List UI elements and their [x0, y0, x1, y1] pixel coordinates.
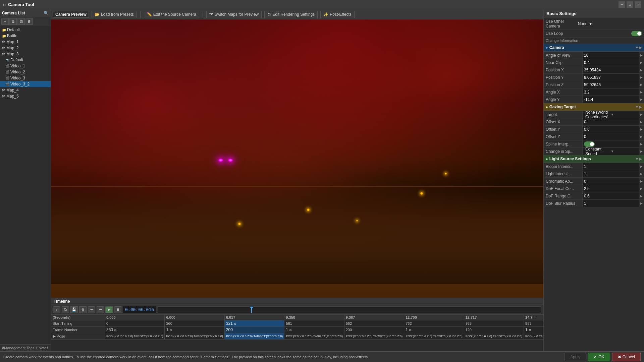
prop-angle-x-value[interactable]: [582, 88, 639, 96]
prop-offset-z-input[interactable]: [584, 134, 637, 139]
switch-maps-button[interactable]: 🗺 Switch Maps for Preview: [206, 11, 262, 18]
prop-bloom-intensity-arrow[interactable]: ▶: [639, 165, 644, 168]
tl-add-button[interactable]: +: [53, 306, 60, 313]
prop-position-y-arrow[interactable]: ▶: [639, 75, 644, 79]
prop-near-clip-value[interactable]: [582, 59, 639, 66]
prop-target-arrow[interactable]: ▼: [611, 113, 636, 116]
prop-near-clip-arrow[interactable]: ▶: [639, 61, 644, 64]
tree-item-map2[interactable]: 🗺Map_2: [0, 45, 51, 51]
tl-fn-200b[interactable]: 200: [344, 327, 404, 333]
prop-offset-y-input[interactable]: [584, 127, 637, 132]
camera-section-header[interactable]: ● Camera ▼ ▶: [544, 44, 644, 52]
tl-pose-0[interactable]: POS:{X:0 Y:0.6 Z:0} TARGET:{X:0 Y:0 Z:0}: [105, 333, 165, 340]
prop-angle-of-view-arrow[interactable]: ▶: [639, 53, 644, 57]
tl-copy-button[interactable]: ⧉: [62, 306, 69, 313]
prop-bloom-intensity-value[interactable]: [582, 163, 639, 170]
pose-expand-icon[interactable]: ▶: [53, 334, 56, 339]
timeline-rows[interactable]: (Seconds) 0.000 6.000 6.017 9.350 9.367 …: [51, 314, 543, 351]
prop-dof-range-value[interactable]: [582, 192, 639, 199]
prop-bloom-intensity-input[interactable]: [584, 164, 637, 169]
prop-angle-x-arrow[interactable]: ▶: [639, 90, 644, 94]
prop-chromatic-ab-input[interactable]: [584, 179, 637, 184]
prop-light-intensity-input[interactable]: [584, 172, 637, 176]
prop-chromatic-ab-value[interactable]: [582, 178, 639, 185]
tl-pose-2[interactable]: POS:{X:0 Y:0.6 Z:0} TARGET:{X:0 Y:0 Z:0}: [224, 333, 284, 340]
tl-st-321[interactable]: 321 ⚙: [224, 320, 284, 327]
tl-fn-120[interactable]: 120: [464, 327, 524, 333]
prop-offset-z-arrow[interactable]: ▶: [639, 135, 644, 138]
tl-pose-6[interactable]: POS:{X:0 Y:0.6 Z:0} TARGET:{X:0 Y:0 Z:0}: [464, 333, 524, 340]
prop-offset-x-input[interactable]: [584, 120, 637, 124]
prop-dof-blur-input[interactable]: [584, 201, 637, 206]
prop-position-z-value[interactable]: [582, 81, 639, 88]
prop-dof-focal-input[interactable]: [584, 186, 637, 191]
prop-light-intensity-value[interactable]: [582, 170, 639, 177]
post-effects-button[interactable]: ✨ Post-Effects: [320, 11, 354, 18]
edit-source-button[interactable]: ✏️ Edit the Source Camera: [144, 11, 199, 18]
tl-play-button[interactable]: ▶: [105, 306, 113, 313]
use-loop-toggle[interactable]: [631, 31, 642, 36]
prop-offset-y-value[interactable]: [582, 126, 639, 133]
tl-undo-button[interactable]: ↩: [88, 306, 95, 313]
tree-item-map3-v1[interactable]: 🎬Video_1: [0, 63, 51, 69]
tl-pose-1[interactable]: POS:{X:0 Y:0.6 Z:0} TARGET:{X:0 Y:0 Z:0}: [165, 333, 224, 340]
tl-save-button[interactable]: 💾: [70, 306, 78, 313]
prop-dof-blur-arrow[interactable]: ▶: [639, 201, 644, 205]
prop-angle-y-value[interactable]: [582, 96, 639, 103]
prop-change-speed-value[interactable]: Constant Speed ▼: [582, 148, 639, 155]
tree-item-map1[interactable]: 🗺Map_1: [0, 39, 51, 45]
prop-dof-focal-arrow[interactable]: ▶: [639, 187, 644, 190]
tl-redo-button[interactable]: ↪: [97, 306, 104, 313]
tl-pause-button[interactable]: ⏸: [114, 306, 121, 313]
prop-position-x-value[interactable]: [582, 66, 639, 73]
spline-interp-toggle[interactable]: [584, 141, 595, 147]
prop-offset-z-value[interactable]: [582, 133, 639, 140]
ok-button[interactable]: ✔ OK: [588, 353, 610, 361]
tl-fn-1b[interactable]: 1 ⚙: [284, 327, 344, 333]
prop-angle-y-input[interactable]: [584, 97, 637, 102]
prop-light-intensity-arrow[interactable]: ▶: [639, 172, 644, 176]
close-button[interactable]: ✕: [635, 1, 641, 8]
tl-fn-360[interactable]: 360 ⚙: [105, 327, 165, 333]
prop-offset-x-arrow[interactable]: ▶: [639, 120, 644, 124]
prop-offset-y-arrow[interactable]: ▶: [639, 127, 644, 131]
prop-position-z-input[interactable]: [584, 82, 637, 87]
tl-pose-7[interactable]: POS:{X:0 TARG...: [524, 333, 543, 340]
use-other-camera-select[interactable]: None: [578, 21, 588, 26]
search-icon[interactable]: 🔍: [44, 11, 49, 15]
tl-fn-200[interactable]: 200: [224, 327, 284, 333]
prop-position-z-arrow[interactable]: ▶: [639, 83, 644, 86]
tree-item-map5[interactable]: 🗺Map_5: [0, 93, 51, 99]
prop-position-y-value[interactable]: [582, 74, 639, 81]
delete-camera-button[interactable]: 🗑: [25, 18, 33, 25]
maximize-button[interactable]: □: [627, 1, 633, 8]
prop-angle-x-input[interactable]: [584, 90, 637, 95]
tl-st-883[interactable]: 883: [524, 320, 543, 327]
prop-position-y-input[interactable]: [584, 75, 637, 80]
tl-st-762[interactable]: 762: [404, 320, 464, 327]
tree-item-map3-v2[interactable]: 🎬Video_2: [0, 69, 51, 75]
preview-tab[interactable]: Camera Preview: [53, 11, 89, 18]
tl-st-763[interactable]: 763: [464, 320, 524, 327]
load-presets-button[interactable]: 📂 Load from Presets: [92, 11, 137, 18]
tree-item-map3-default[interactable]: 📷Default: [0, 57, 51, 63]
management-tags[interactable]: #Management Tags + Notes: [0, 344, 51, 351]
tl-st-0[interactable]: 0: [105, 320, 165, 327]
prop-change-speed-arrow[interactable]: ▼: [611, 149, 636, 153]
cancel-button[interactable]: ✖ Cancel: [612, 353, 641, 361]
tl-st-561[interactable]: 561: [284, 320, 344, 327]
edit-rendering-button[interactable]: ⚙ Edit Rendering Settings: [264, 11, 318, 18]
prop-angle-of-view-value[interactable]: [582, 52, 639, 59]
tree-item-default[interactable]: 📁Default: [0, 27, 51, 33]
tl-pose-4[interactable]: POS:{X:0 Y:0.6 Z:0} TARGET:{X:0 Y:0 Z:0}: [344, 333, 404, 340]
prop-dof-focal-value[interactable]: [582, 185, 639, 192]
tl-delete-button[interactable]: 🗑: [79, 306, 87, 313]
prop-near-clip-input[interactable]: [584, 60, 637, 65]
prop-spline-interp-arrow[interactable]: ▶: [639, 142, 644, 146]
prop-position-x-input[interactable]: [584, 68, 637, 72]
prop-dof-range-arrow[interactable]: ▶: [639, 194, 644, 198]
tl-fn-1d[interactable]: 1 ⚙: [524, 327, 543, 333]
light-section-header[interactable]: ● Light Source Settings ▼ ▶: [544, 155, 644, 163]
use-other-camera-dropdown-arrow[interactable]: ▼: [589, 21, 593, 26]
prop-angle-y-arrow[interactable]: ▶: [639, 98, 644, 101]
